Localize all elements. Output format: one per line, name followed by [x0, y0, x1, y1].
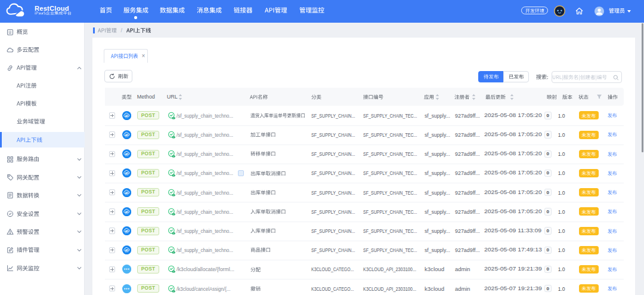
svg-text:API: API	[125, 211, 128, 213]
svg-text:API: API	[125, 172, 128, 174]
svg-text:API: API	[125, 230, 128, 232]
svg-text:API: API	[125, 249, 128, 251]
svg-text:API: API	[125, 115, 128, 117]
svg-text:API: API	[125, 153, 128, 155]
svg-text:API: API	[125, 134, 128, 136]
svg-text:API: API	[125, 191, 128, 193]
